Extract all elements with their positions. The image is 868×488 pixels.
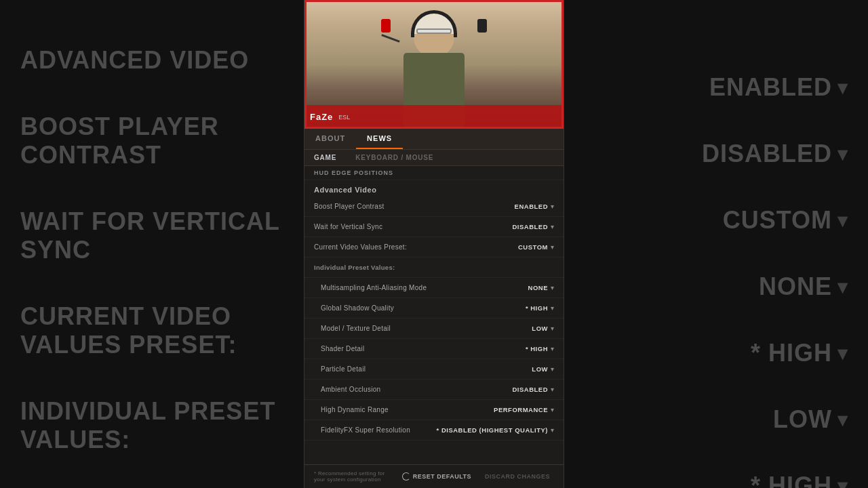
- discard-changes-button[interactable]: DISCARD CHANGES: [481, 471, 554, 482]
- setting-value-texture[interactable]: LOW ▾: [532, 325, 554, 332]
- setting-row-fsr: FidelityFX Super Resolution DISABLED (HI…: [304, 420, 564, 441]
- setting-label-preset: Current Video Values Preset:: [314, 243, 518, 251]
- setting-row-shader: Shader Detail HIGH ▾: [304, 339, 564, 359]
- bg-left-label-2: Wait for Vertical Sync: [0, 188, 305, 283]
- section-header: HUD EDGE POSITIONS: [304, 166, 564, 180]
- bg-left-panel: Advanced Video Boost Player Contrast Wai…: [0, 0, 305, 488]
- setting-row-ambient: Ambient Occlusion DISABLED ▾: [304, 380, 564, 400]
- setting-value-vsync[interactable]: DISABLED ▾: [512, 223, 554, 230]
- setting-value-text-fsr: DISABLED (HIGHEST QUALITY): [437, 426, 548, 434]
- setting-value-text-particle: LOW: [532, 365, 548, 373]
- setting-value-text-preset: CUSTOM: [518, 243, 548, 251]
- bg-left-label-3: Current Video Values Preset:: [0, 283, 305, 378]
- setting-value-ambient[interactable]: DISABLED ▾: [512, 386, 554, 393]
- setting-value-text-vsync: DISABLED: [512, 223, 548, 230]
- settings-footer: * Recommended setting for your system co…: [304, 464, 564, 488]
- setting-row-texture: Model / Texture Detail LOW ▾: [304, 319, 564, 339]
- chevron-particle: ▾: [551, 365, 554, 373]
- sub-tabs: GAME KEYBOARD / MOUSE: [304, 150, 564, 166]
- setting-value-text-msaa: NONE: [528, 284, 548, 291]
- bg-right-val-6: * HIGH ▾: [744, 453, 854, 488]
- setting-label-shader: Shader Detail: [321, 345, 526, 352]
- bg-right-val-4: * HIGH ▾: [744, 320, 854, 386]
- setting-value-text-boost-contrast: ENABLED: [515, 203, 548, 210]
- bg-left-label-1: Boost Player Contrast: [0, 94, 305, 188]
- setting-row-msaa: Multisampling Anti-Aliasing Mode NONE ▾: [304, 278, 564, 298]
- setting-label-shadow: Global Shadow Quality: [321, 304, 526, 312]
- setting-row-individual: Individual Preset Values:: [304, 258, 564, 278]
- reset-defaults-button[interactable]: RESET DEFAULTS: [398, 470, 475, 483]
- setting-label-particle: Particle Detail: [321, 365, 532, 373]
- nav-tabs: ABOUT NEWS: [304, 129, 564, 150]
- subtab-keyboard[interactable]: KEYBOARD / MOUSE: [346, 150, 443, 165]
- setting-label-ambient: Ambient Occlusion: [321, 386, 512, 393]
- setting-value-fsr[interactable]: DISABLED (HIGHEST QUALITY) ▾: [437, 426, 554, 434]
- setting-value-particle[interactable]: LOW ▾: [532, 365, 554, 373]
- center-panel: FaZe ESL ABOUT NEWS GAME KEYBOARD / MOUS…: [304, 0, 564, 488]
- setting-value-text-hdr: PERFORMANCE: [494, 406, 548, 413]
- setting-row-boost-contrast: Boost Player Contrast ENABLED ▾: [304, 197, 564, 217]
- setting-label-fsr: FidelityFX Super Resolution: [321, 426, 437, 434]
- chevron-texture: ▾: [551, 325, 554, 332]
- tab-about[interactable]: ABOUT: [304, 129, 356, 149]
- setting-value-text-texture: LOW: [532, 325, 548, 332]
- bg-right-val-2: CUSTOM ▾: [716, 187, 854, 253]
- bg-right-panel: ENABLED ▾ DISABLED ▾ CUSTOM ▾ NONE ▾ * H…: [563, 0, 868, 488]
- webcam-area: FaZe ESL: [304, 0, 564, 129]
- setting-value-text-ambient: DISABLED: [512, 386, 548, 393]
- setting-row-shadow: Global Shadow Quality HIGH ▾: [304, 298, 564, 319]
- settings-list: Boost Player Contrast ENABLED ▾ Wait for…: [304, 197, 564, 464]
- setting-value-text-shadow: HIGH: [526, 304, 548, 312]
- bg-right-val-5: LOW ▾: [766, 386, 854, 453]
- bg-left-label-5: Multisampling Anti-Aliasing Mod...: [0, 473, 305, 488]
- setting-value-shader[interactable]: HIGH ▾: [526, 345, 554, 352]
- bg-right-val-0: ENABLED ▾: [703, 54, 854, 121]
- subtab-game[interactable]: GAME: [304, 150, 346, 165]
- bg-left-label-4: Individual Preset Values:: [0, 378, 305, 473]
- reset-label: RESET DEFAULTS: [413, 473, 471, 480]
- bg-right-val-1: DISABLED ▾: [695, 121, 854, 187]
- setting-label-texture: Model / Texture Detail: [321, 325, 532, 332]
- chevron-fsr: ▾: [551, 426, 554, 434]
- setting-label-individual: Individual Preset Values:: [314, 264, 554, 271]
- settings-section-title: Advanced Video: [304, 180, 564, 197]
- footer-note: * Recommended setting for your system co…: [314, 470, 393, 483]
- setting-value-boost-contrast[interactable]: ENABLED ▾: [515, 203, 554, 210]
- setting-label-vsync: Wait for Vertical Sync: [314, 223, 512, 230]
- setting-value-shadow[interactable]: HIGH ▾: [526, 304, 554, 312]
- chevron-preset: ▾: [551, 243, 554, 251]
- setting-value-text-shader: HIGH: [526, 345, 548, 352]
- chevron-shader: ▾: [551, 345, 554, 352]
- chevron-msaa: ▾: [551, 284, 554, 291]
- setting-row-preset: Current Video Values Preset: CUSTOM ▾: [304, 237, 564, 258]
- chevron-vsync: ▾: [551, 223, 554, 230]
- setting-label-hdr: High Dynamic Range: [321, 406, 494, 413]
- bg-left-label-0: Advanced Video: [0, 27, 305, 94]
- setting-value-preset[interactable]: CUSTOM ▾: [518, 243, 554, 251]
- reset-icon: [402, 472, 410, 481]
- setting-label-msaa: Multisampling Anti-Aliasing Mode: [321, 284, 528, 291]
- chevron-hdr: ▾: [551, 406, 554, 413]
- setting-label-boost-contrast: Boost Player Contrast: [314, 203, 515, 210]
- chevron-boost-contrast: ▾: [551, 203, 554, 210]
- chevron-shadow: ▾: [551, 304, 554, 312]
- setting-row-vsync: Wait for Vertical Sync DISABLED ▾: [304, 217, 564, 237]
- setting-row-hdr: High Dynamic Range PERFORMANCE ▾: [304, 400, 564, 420]
- setting-value-msaa[interactable]: NONE ▾: [528, 284, 554, 291]
- chevron-ambient: ▾: [551, 386, 554, 393]
- setting-value-hdr[interactable]: PERFORMANCE ▾: [494, 406, 554, 413]
- bg-right-val-3: NONE ▾: [752, 253, 854, 320]
- setting-row-particle: Particle Detail LOW ▾: [304, 359, 564, 380]
- discard-label: DISCARD CHANGES: [485, 473, 550, 480]
- tab-news[interactable]: NEWS: [356, 129, 403, 149]
